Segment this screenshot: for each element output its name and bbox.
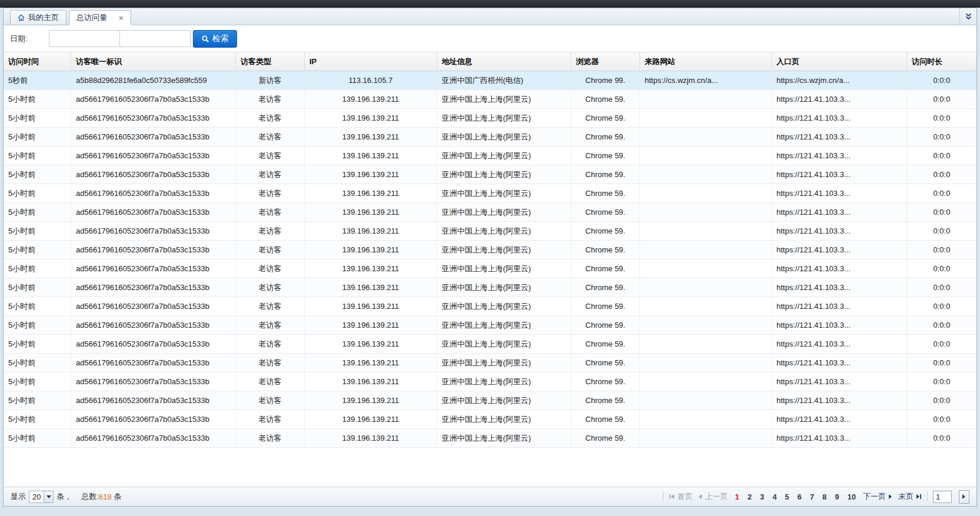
total-value: 618: [99, 492, 112, 501]
cell: ad566179616052306f7a7b0a53c1533b: [71, 184, 236, 202]
table-row[interactable]: 5小时前ad566179616052306f7a7b0a53c1533b老访客1…: [4, 278, 976, 297]
search-button[interactable]: 检索: [193, 30, 237, 48]
page-number[interactable]: 9: [833, 492, 841, 501]
cell: 5小时前: [4, 391, 71, 410]
page-jump-input[interactable]: [933, 491, 952, 503]
tab-total-visits[interactable]: 总访问量 ×: [69, 10, 131, 25]
search-icon: [201, 35, 209, 43]
page-number[interactable]: 6: [796, 492, 804, 501]
cell: https://121.41.103.3...: [772, 165, 907, 184]
tab-close-icon[interactable]: ×: [119, 14, 124, 22]
prev-page-button[interactable]: 上一页: [698, 491, 728, 502]
cell: 老访客: [236, 90, 305, 108]
cell: 5小时前: [4, 316, 71, 334]
header-entry-page: 入口页: [772, 52, 907, 71]
table-row[interactable]: 5小时前ad566179616052306f7a7b0a53c1533b老访客1…: [4, 316, 976, 335]
page-size-dropdown[interactable]: [44, 491, 53, 502]
page-number-list: 12345678910: [733, 492, 858, 501]
cell: 新访客: [236, 71, 305, 89]
header-visit-time: 访问时间: [4, 52, 71, 71]
date-to-input[interactable]: [119, 30, 191, 47]
last-page-button[interactable]: 末页: [898, 491, 922, 502]
cell: 0:0:0: [907, 90, 976, 108]
cell: 亚洲中国上海上海(阿里云): [437, 128, 571, 146]
table-row[interactable]: 5秒前a5b88d296281fe6a0c50733e589fc559新访客11…: [4, 71, 976, 90]
page-number[interactable]: 8: [821, 492, 828, 501]
cell: Chrome 59.: [571, 165, 640, 184]
page-number[interactable]: 1: [733, 492, 741, 501]
first-page-icon: [669, 494, 675, 500]
cell: Chrome 99.: [571, 71, 640, 89]
cell: 5小时前: [4, 410, 71, 428]
page-number[interactable]: 4: [771, 492, 778, 501]
cell: https://121.41.103.3...: [772, 410, 907, 428]
cell: ad566179616052306f7a7b0a53c1533b: [71, 316, 236, 334]
next-page-button[interactable]: 下一页: [863, 491, 893, 502]
cell: https://121.41.103.3...: [772, 316, 907, 334]
cell: a5b88d296281fe6a0c50733e589fc559: [71, 71, 236, 89]
cell: Chrome 59.: [571, 354, 640, 372]
separator: [927, 492, 928, 501]
table-row[interactable]: 5小时前ad566179616052306f7a7b0a53c1533b老访客1…: [4, 222, 976, 241]
cell: 老访客: [236, 278, 305, 297]
table-row[interactable]: 5小时前ad566179616052306f7a7b0a53c1533b老访客1…: [4, 147, 976, 165]
page-number[interactable]: 2: [746, 492, 754, 501]
cell: ad566179616052306f7a7b0a53c1533b: [71, 372, 236, 391]
cell: https://121.41.103.3...: [772, 241, 907, 259]
cell: [640, 90, 772, 108]
page-go-button[interactable]: [959, 490, 969, 504]
table-row[interactable]: 5小时前ad566179616052306f7a7b0a53c1533b老访客1…: [4, 128, 976, 147]
cell: 0:0:0: [907, 259, 976, 278]
table-row[interactable]: 5小时前ad566179616052306f7a7b0a53c1533b老访客1…: [4, 203, 976, 222]
page-number[interactable]: 7: [808, 492, 816, 501]
cell: https://121.41.103.3...: [772, 90, 907, 108]
pagination: 首页 上一页 12345678910 下一页 末页: [663, 490, 969, 504]
cell: 0:0:0: [907, 278, 976, 297]
cell: Chrome 59.: [571, 241, 640, 259]
unit-label: 条，: [56, 491, 72, 502]
table-row[interactable]: 5小时前ad566179616052306f7a7b0a53c1533b老访客1…: [4, 297, 976, 316]
cell: ad566179616052306f7a7b0a53c1533b: [71, 259, 236, 278]
table-row[interactable]: 5小时前ad566179616052306f7a7b0a53c1533b老访客1…: [4, 391, 976, 410]
table-row[interactable]: 5小时前ad566179616052306f7a7b0a53c1533b老访客1…: [4, 109, 976, 128]
page-number[interactable]: 5: [783, 492, 791, 501]
cell: 老访客: [236, 391, 305, 410]
date-label: 日期:: [10, 34, 28, 44]
separator: [663, 492, 664, 501]
cell: 5小时前: [4, 165, 71, 184]
cell: 5小时前: [4, 278, 71, 297]
cell: Chrome 59.: [571, 372, 640, 391]
window-top-strip: [0, 0, 980, 8]
page-number[interactable]: 3: [758, 492, 766, 501]
cell: [640, 278, 772, 297]
table-row[interactable]: 5小时前ad566179616052306f7a7b0a53c1533b老访客1…: [4, 90, 976, 109]
cell: 亚洲中国上海上海(阿里云): [437, 90, 571, 108]
cell: 5小时前: [4, 128, 71, 146]
cell: https://121.41.103.3...: [772, 297, 907, 315]
cell: 5小时前: [4, 203, 71, 221]
table-row[interactable]: 5小时前ad566179616052306f7a7b0a53c1533b老访客1…: [4, 354, 976, 372]
cell: [640, 203, 772, 221]
cell: 亚洲中国上海上海(阿里云): [437, 429, 571, 447]
cell: 亚洲中国上海上海(阿里云): [437, 165, 571, 184]
table-row[interactable]: 5小时前ad566179616052306f7a7b0a53c1533b老访客1…: [4, 241, 976, 259]
page-number[interactable]: 10: [846, 492, 858, 501]
date-from-input[interactable]: [49, 30, 120, 47]
cell: [640, 429, 772, 447]
cell: 139.196.139.211: [305, 147, 437, 165]
tab-overflow-button[interactable]: [963, 11, 974, 22]
cell: https://121.41.103.3...: [772, 429, 907, 447]
table-row[interactable]: 5小时前ad566179616052306f7a7b0a53c1533b老访客1…: [4, 259, 976, 278]
first-page-button[interactable]: 首页: [669, 491, 692, 502]
table-row[interactable]: 5小时前ad566179616052306f7a7b0a53c1533b老访客1…: [4, 372, 976, 391]
tab-label: 总访问量: [76, 12, 107, 23]
table-row[interactable]: 5小时前ad566179616052306f7a7b0a53c1533b老访客1…: [4, 335, 976, 354]
table-row[interactable]: 5小时前ad566179616052306f7a7b0a53c1533b老访客1…: [4, 410, 976, 429]
page-size-select[interactable]: 20: [29, 491, 54, 503]
table-row[interactable]: 5小时前ad566179616052306f7a7b0a53c1533b老访客1…: [4, 184, 976, 203]
cell: 老访客: [236, 128, 305, 146]
tab-my-homepage[interactable]: 我的主页: [10, 10, 66, 25]
table-row[interactable]: 5小时前ad566179616052306f7a7b0a53c1533b老访客1…: [4, 429, 976, 448]
table-row[interactable]: 5小时前ad566179616052306f7a7b0a53c1533b老访客1…: [4, 165, 976, 184]
cell: 0:0:0: [907, 372, 976, 391]
